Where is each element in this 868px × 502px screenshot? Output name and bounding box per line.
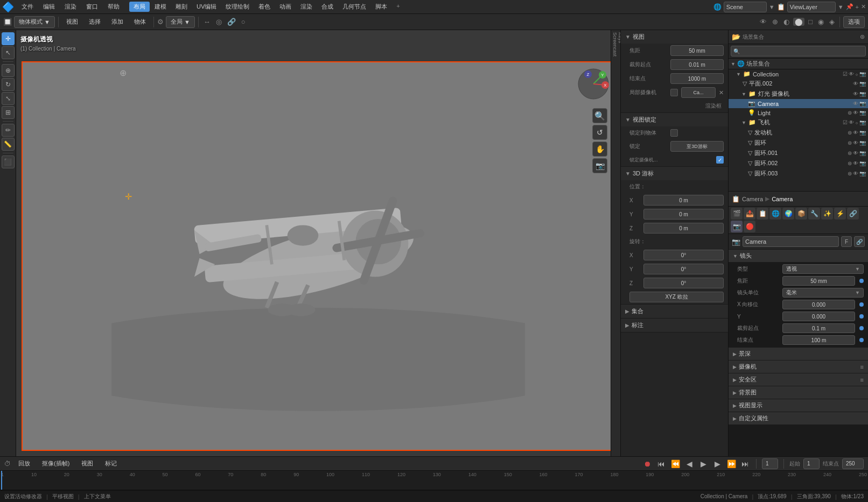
ring-item-1[interactable]: ▽ 圆环 ⊛ 👁 📷 bbox=[729, 138, 868, 148]
rot-x-value[interactable]: 0° bbox=[643, 250, 724, 260]
light-eye[interactable]: 👁 bbox=[853, 110, 858, 116]
cam-sec-menu[interactable]: ≡ bbox=[860, 364, 864, 370]
eng-eye[interactable]: 👁 bbox=[853, 130, 858, 136]
unit-selector[interactable]: 毫米 ▼ bbox=[782, 288, 864, 298]
ring1-render[interactable]: 📷 bbox=[859, 140, 866, 146]
global-selector[interactable]: 全局 ▼ bbox=[166, 16, 195, 28]
engine-item[interactable]: ▽ 发动机 ⊛ 👁 📷 bbox=[729, 128, 868, 138]
ap-restrict[interactable]: ☑ bbox=[843, 119, 848, 125]
lc-render[interactable]: 📷 bbox=[859, 91, 866, 97]
ring-item-4[interactable]: ▽ 圆环.003 ⊛ 👁 📷 bbox=[729, 168, 868, 179]
light-item[interactable]: 💡 Light ⊛ 👁 📷 bbox=[729, 108, 868, 117]
mode-selector[interactable]: 物体模式 ▼ bbox=[14, 16, 55, 28]
status-pan-view[interactable]: 平移视图 bbox=[52, 493, 74, 500]
outliner-filter-icon[interactable]: ⊛ bbox=[860, 33, 865, 40]
proportional-icon[interactable]: ○ bbox=[240, 18, 247, 26]
euler-selector[interactable]: XYZ 欧拉 bbox=[629, 292, 724, 302]
wireframe-icon[interactable]: □ bbox=[807, 18, 814, 26]
ws-compositing[interactable]: 合成 bbox=[317, 2, 338, 12]
snap-icon2[interactable]: 🔗 bbox=[226, 18, 237, 26]
view-lock-header[interactable]: ▼ 视图锁定 bbox=[621, 113, 728, 126]
ring2-render[interactable]: 📷 bbox=[859, 150, 866, 156]
pivot-icon[interactable]: ◎ bbox=[214, 18, 223, 26]
collection-restrict1[interactable]: ☑ bbox=[843, 71, 848, 77]
collection-render[interactable]: 📷 bbox=[859, 71, 866, 77]
camera-item[interactable]: 📷 Camera 👁 📷 bbox=[729, 99, 868, 108]
skip-end-btn[interactable]: ⏭ bbox=[740, 459, 751, 468]
ring1-filter[interactable]: ⊛ bbox=[848, 140, 852, 146]
ring4-filter[interactable]: ⊛ bbox=[848, 171, 852, 176]
gizmo-icon[interactable]: 👁 bbox=[758, 18, 768, 26]
measure-tool[interactable]: 📏 bbox=[2, 138, 15, 151]
pos-x-value[interactable]: 0 m bbox=[643, 195, 724, 206]
blender-logo[interactable]: 🔷 bbox=[2, 1, 14, 13]
scale-tool[interactable]: ⤡ bbox=[2, 92, 15, 105]
camera-view-btn[interactable]: 📷 bbox=[592, 158, 607, 173]
ws-uv[interactable]: UV编辑 bbox=[192, 2, 221, 12]
status-context-menu[interactable]: 上下文菜单 bbox=[84, 493, 111, 500]
status-setup-modifier[interactable]: 设置活动修改器 bbox=[4, 493, 42, 500]
rot-y-value[interactable]: 0° bbox=[643, 264, 724, 274]
mark-menu[interactable]: 标记 bbox=[101, 458, 121, 469]
next-frame-btn[interactable]: ⏩ bbox=[726, 459, 737, 468]
type-selector[interactable]: 透视 ▼ bbox=[782, 264, 864, 274]
transform-icon[interactable]: ↔ bbox=[202, 18, 212, 26]
plane-render[interactable]: 📷 bbox=[859, 81, 866, 87]
safe-menu[interactable]: ≡ bbox=[860, 377, 864, 383]
clip-start-prop-input[interactable]: 0.1 m bbox=[782, 323, 855, 333]
pin-icon[interactable]: 📌 bbox=[846, 3, 853, 10]
new-scene-icon[interactable]: + bbox=[856, 4, 859, 10]
camera-section-header[interactable]: ▶ 摄像机 ≡ bbox=[729, 360, 868, 373]
light-camera-group[interactable]: ▼ 📁 灯光 摄像机 👁 📷 bbox=[729, 89, 868, 99]
clip-end-prop-input[interactable]: 100 m bbox=[782, 335, 855, 345]
lc-eye[interactable]: 👁 bbox=[853, 91, 858, 97]
annotate-tool[interactable]: ✏ bbox=[2, 124, 15, 137]
lock-camera-checkbox[interactable]: ✓ bbox=[716, 156, 724, 164]
custom-props-header[interactable]: ▶ 自定义属性 bbox=[729, 412, 868, 425]
menu-window[interactable]: 窗口 bbox=[82, 2, 102, 12]
view-layer-menu-icon[interactable]: ▼ bbox=[838, 4, 844, 10]
view-layer-input[interactable] bbox=[787, 2, 836, 12]
ws-shading[interactable]: 着色 bbox=[254, 2, 275, 12]
ring4-render[interactable]: 📷 bbox=[859, 171, 866, 176]
plane-item[interactable]: ▽ 平面.002 👁 📷 bbox=[729, 79, 868, 89]
menu-help[interactable]: 帮助 bbox=[103, 2, 124, 12]
ws-modeling[interactable]: 建模 bbox=[150, 2, 171, 12]
ws-sculpt[interactable]: 雕刻 bbox=[171, 2, 192, 12]
ws-layout[interactable]: 布局 bbox=[129, 2, 150, 12]
pos-y-value[interactable]: 0 m bbox=[643, 209, 724, 220]
props-data-tab[interactable]: 📷 bbox=[731, 221, 743, 232]
render-preview-icon[interactable]: ◉ bbox=[816, 18, 825, 26]
focal-prop-input[interactable]: 50 mm bbox=[782, 276, 855, 286]
outliner-search-input[interactable] bbox=[731, 46, 866, 56]
props-material-tab[interactable]: 🔴 bbox=[744, 221, 755, 232]
ap-eye[interactable]: 👁 bbox=[849, 119, 854, 125]
start-frame-input[interactable]: 1 bbox=[803, 458, 820, 469]
light-filter-icon[interactable]: ⊛ bbox=[848, 110, 852, 116]
clip-start-value[interactable]: 0.01 m bbox=[670, 59, 724, 70]
prev-key-btn[interactable]: ◀ bbox=[684, 459, 695, 468]
scene-input[interactable] bbox=[724, 2, 767, 12]
ws-scripting[interactable]: 脚本 bbox=[371, 2, 391, 12]
rot-z-value[interactable]: 0° bbox=[643, 278, 724, 288]
local-camera-checkbox[interactable] bbox=[670, 89, 678, 96]
props-particles-tab[interactable]: ✨ bbox=[821, 208, 833, 220]
outliner-collection[interactable]: ▼ 📁 Collection ☑ 👁 ⬦ 📷 bbox=[729, 69, 868, 79]
ap-select[interactable]: ⬦ bbox=[855, 119, 858, 125]
object-menu[interactable]: 物体 bbox=[130, 17, 150, 27]
options-btn[interactable]: 选项 bbox=[843, 16, 865, 28]
to-3d-btn[interactable]: 至3D游标 bbox=[670, 141, 724, 152]
scene-menu-icon[interactable]: ▼ bbox=[769, 4, 775, 10]
snap-icon[interactable]: ⚙ bbox=[157, 18, 164, 26]
ring4-eye[interactable]: 👁 bbox=[853, 171, 858, 176]
solid-icon[interactable]: ⬤ bbox=[793, 18, 804, 26]
clip-end-value[interactable]: 1000 m bbox=[670, 73, 724, 84]
props-world-tab[interactable]: 🌍 bbox=[782, 208, 794, 220]
ring1-eye[interactable]: 👁 bbox=[853, 140, 858, 146]
viewport[interactable]: 摄像机透视 (1) Collection | Camera bbox=[16, 30, 620, 456]
eng-filter[interactable]: ⊛ bbox=[848, 130, 852, 136]
ws-geometry[interactable]: 几何节点 bbox=[338, 2, 370, 12]
cam-eye[interactable]: 👁 bbox=[853, 101, 858, 107]
close-icon[interactable]: ✕ bbox=[861, 3, 866, 10]
add-menu[interactable]: 添加 bbox=[107, 17, 128, 27]
